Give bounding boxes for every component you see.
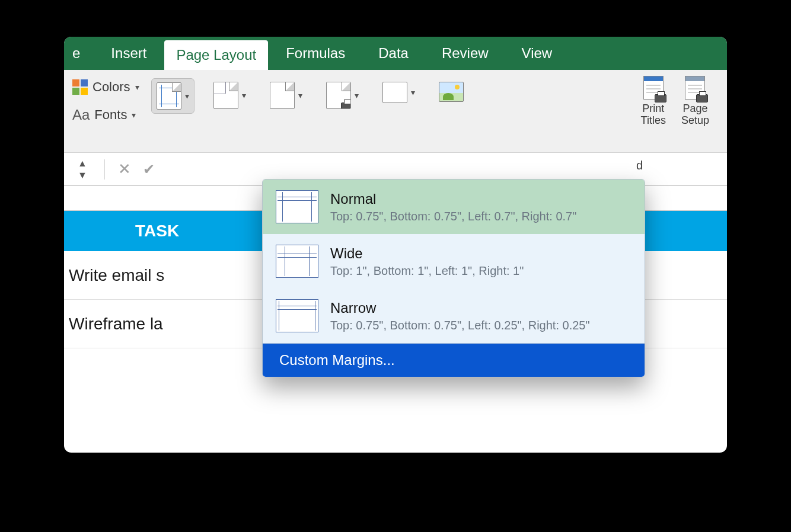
margins-thumb-narrow-icon <box>276 299 318 332</box>
background-label-partial: d <box>636 159 643 172</box>
tab-page-layout[interactable]: Page Layout <box>164 40 268 70</box>
chevron-down-icon: ▾ <box>185 91 189 101</box>
margins-button[interactable]: ▾ <box>151 78 194 114</box>
menu-item-desc: Top: 0.75", Bottom: 0.75", Left: 0.7", R… <box>330 210 576 223</box>
sheet-icon <box>685 76 705 100</box>
tab-insert[interactable]: Insert <box>94 37 163 70</box>
menu-item-normal[interactable]: Normal Top: 0.75", Bottom: 0.75", Left: … <box>263 180 645 234</box>
ribbon-tabs: e Insert Page Layout Formulas Data Revie… <box>64 37 727 70</box>
menu-item-desc: Top: 0.75", Bottom: 0.75", Left: 0.25", … <box>330 319 590 332</box>
fonts-label: Fonts <box>94 107 127 123</box>
divider <box>104 159 105 180</box>
print-area-button[interactable]: ▾ <box>321 78 363 113</box>
tab-data[interactable]: Data <box>362 37 425 70</box>
colors-icon <box>72 79 88 95</box>
size-icon <box>270 82 295 109</box>
orientation-icon <box>213 82 238 109</box>
menu-item-custom-margins[interactable]: Custom Margins... <box>263 344 645 377</box>
background-button[interactable] <box>434 78 468 105</box>
chevron-down-icon: ▾ <box>355 91 359 100</box>
stepper-up-icon: ▲ <box>78 158 87 169</box>
breaks-button[interactable]: ▾ <box>378 78 420 107</box>
menu-item-title: Normal <box>330 191 576 207</box>
print-titles-label: Print Titles <box>641 103 666 127</box>
cancel-icon[interactable]: ✕ <box>112 160 137 178</box>
chevron-down-icon: ▾ <box>298 91 302 100</box>
chevron-down-icon: ▾ <box>135 82 139 92</box>
size-button[interactable]: ▾ <box>265 78 307 113</box>
stepper-down-icon: ▼ <box>78 170 87 181</box>
tab-home-partial[interactable]: e <box>64 37 94 70</box>
accept-icon[interactable]: ✔ <box>137 161 161 178</box>
ribbon-toolbar: Colors ▾ Aa Fonts ▾ ▾ ▾ <box>64 70 727 153</box>
print-area-icon <box>326 82 351 109</box>
colors-label: Colors <box>93 79 130 95</box>
menu-item-narrow[interactable]: Narrow Top: 0.75", Bottom: 0.75", Left: … <box>263 289 645 343</box>
tab-view[interactable]: View <box>505 37 569 70</box>
breaks-icon <box>382 82 407 103</box>
picture-icon <box>439 82 464 102</box>
page-setup-label: Page Setup <box>681 103 709 127</box>
margins-thumb-wide-icon <box>276 245 318 278</box>
sheet-icon <box>643 76 664 100</box>
fonts-button[interactable]: Aa Fonts ▾ <box>72 107 139 123</box>
tab-formulas[interactable]: Formulas <box>269 37 362 70</box>
header-task: TASK <box>135 222 179 241</box>
margins-menu: Normal Top: 0.75", Bottom: 0.75", Left: … <box>262 179 645 377</box>
menu-item-wide[interactable]: Wide Top: 1", Bottom: 1", Left: 1", Righ… <box>263 234 645 289</box>
name-box-stepper[interactable]: ▲ ▼ <box>68 158 97 181</box>
menu-item-desc: Top: 1", Bottom: 1", Left: 1", Right: 1" <box>330 264 524 278</box>
colors-button[interactable]: Colors ▾ <box>72 79 139 95</box>
excel-window: e Insert Page Layout Formulas Data Revie… <box>64 37 727 453</box>
page-setup-button[interactable]: Page Setup <box>681 76 709 127</box>
orientation-button[interactable]: ▾ <box>209 78 251 113</box>
margins-thumb-normal-icon <box>276 190 318 223</box>
menu-item-title: Narrow <box>330 300 590 316</box>
tab-review[interactable]: Review <box>425 37 505 70</box>
fonts-icon: Aa <box>72 107 90 123</box>
print-titles-button[interactable]: Print Titles <box>641 76 666 127</box>
chevron-down-icon: ▾ <box>242 91 246 100</box>
chevron-down-icon: ▾ <box>132 110 136 120</box>
margins-icon <box>157 82 181 110</box>
chevron-down-icon: ▾ <box>411 88 415 97</box>
menu-item-title: Wide <box>330 245 524 262</box>
